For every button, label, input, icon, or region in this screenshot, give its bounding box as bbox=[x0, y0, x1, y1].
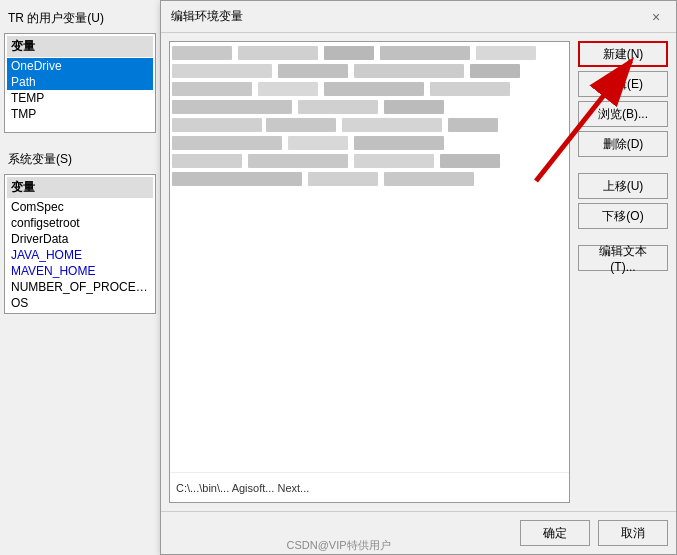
dialog-footer: 确定 取消 bbox=[161, 511, 676, 554]
svg-rect-22 bbox=[354, 136, 444, 150]
svg-rect-19 bbox=[448, 118, 498, 132]
svg-rect-24 bbox=[248, 154, 348, 168]
mosaic-overlay bbox=[170, 42, 569, 472]
btn-spacer-1 bbox=[578, 161, 668, 169]
svg-rect-0 bbox=[172, 46, 232, 60]
svg-rect-9 bbox=[172, 82, 252, 96]
move-down-button[interactable]: 下移(O) bbox=[578, 203, 668, 229]
left-panel: TR 的用户变量(U) 变量 OneDrive Path TEMP TMP 系统… bbox=[0, 0, 160, 555]
watermark: CSDN@VIP特供用户 bbox=[286, 538, 390, 553]
svg-rect-28 bbox=[308, 172, 378, 186]
ok-button[interactable]: 确定 bbox=[520, 520, 590, 546]
sys-var-driverdata[interactable]: DriverData bbox=[7, 231, 153, 247]
svg-rect-4 bbox=[476, 46, 536, 60]
user-list-column-header: 变量 bbox=[7, 36, 153, 57]
svg-rect-8 bbox=[470, 64, 520, 78]
mosaic-svg bbox=[170, 42, 569, 472]
dialog-titlebar: 编辑环境变量 × bbox=[161, 1, 676, 33]
svg-rect-18 bbox=[342, 118, 442, 132]
svg-rect-16 bbox=[172, 118, 262, 132]
delete-button[interactable]: 删除(D) bbox=[578, 131, 668, 157]
outer-window: TR 的用户变量(U) 变量 OneDrive Path TEMP TMP 系统… bbox=[0, 0, 677, 555]
system-variables-list[interactable]: 变量 ComSpec configsetroot DriverData JAVA… bbox=[4, 174, 156, 314]
close-button[interactable]: × bbox=[646, 7, 666, 27]
svg-rect-6 bbox=[278, 64, 348, 78]
svg-rect-15 bbox=[384, 100, 444, 114]
svg-rect-12 bbox=[430, 82, 510, 96]
sys-var-maven-home[interactable]: MAVEN_HOME bbox=[7, 263, 153, 279]
dialog-title: 编辑环境变量 bbox=[171, 8, 243, 25]
system-variables-header: 系统变量(S) bbox=[4, 149, 156, 170]
edit-button[interactable]: 编辑(E) bbox=[578, 71, 668, 97]
btn-spacer-2 bbox=[578, 233, 668, 241]
svg-rect-25 bbox=[354, 154, 434, 168]
dialog-content: C:\...\bin\... Agisoft... Next... 新建(N) … bbox=[161, 33, 676, 511]
svg-rect-14 bbox=[298, 100, 378, 114]
user-var-path[interactable]: Path bbox=[7, 74, 153, 90]
new-button[interactable]: 新建(N) bbox=[578, 41, 668, 67]
cancel-button[interactable]: 取消 bbox=[598, 520, 668, 546]
user-variables-list[interactable]: 变量 OneDrive Path TEMP TMP bbox=[4, 33, 156, 133]
svg-rect-13 bbox=[172, 100, 292, 114]
path-item-visible: C:\...\bin\... Agisoft... Next... bbox=[170, 472, 569, 502]
svg-rect-23 bbox=[172, 154, 242, 168]
svg-rect-17 bbox=[266, 118, 336, 132]
move-up-button[interactable]: 上移(U) bbox=[578, 173, 668, 199]
svg-rect-5 bbox=[172, 64, 272, 78]
sys-var-number-of-process[interactable]: NUMBER_OF_PROCESS bbox=[7, 279, 153, 295]
svg-rect-3 bbox=[380, 46, 470, 60]
path-list-area: C:\...\bin\... Agisoft... Next... bbox=[169, 41, 570, 503]
svg-rect-21 bbox=[288, 136, 348, 150]
sys-var-java-home[interactable]: JAVA_HOME bbox=[7, 247, 153, 263]
browse-button[interactable]: 浏览(B)... bbox=[578, 101, 668, 127]
sys-var-comspec[interactable]: ComSpec bbox=[7, 199, 153, 215]
svg-rect-10 bbox=[258, 82, 318, 96]
svg-rect-20 bbox=[172, 136, 282, 150]
edit-dialog: 编辑环境变量 × bbox=[160, 0, 677, 555]
svg-rect-27 bbox=[172, 172, 302, 186]
svg-rect-2 bbox=[324, 46, 374, 60]
sys-var-configsetroot[interactable]: configsetroot bbox=[7, 215, 153, 231]
svg-rect-11 bbox=[324, 82, 424, 96]
buttons-panel: 新建(N) 编辑(E) 浏览(B)... 删除(D) 上移(U) 下移(O) 编… bbox=[578, 41, 668, 503]
user-var-onedrive[interactable]: OneDrive bbox=[7, 58, 153, 74]
edit-text-button[interactable]: 编辑文本(T)... bbox=[578, 245, 668, 271]
sys-var-os[interactable]: OS bbox=[7, 295, 153, 311]
user-var-temp[interactable]: TEMP bbox=[7, 90, 153, 106]
system-list-column-header: 变量 bbox=[7, 177, 153, 198]
svg-rect-26 bbox=[440, 154, 500, 168]
path-list-box[interactable]: C:\...\bin\... Agisoft... Next... bbox=[169, 41, 570, 503]
svg-rect-29 bbox=[384, 172, 474, 186]
user-variables-header: TR 的用户变量(U) bbox=[4, 8, 156, 29]
path-text: C:\...\bin\... Agisoft... Next... bbox=[176, 482, 309, 494]
svg-rect-7 bbox=[354, 64, 464, 78]
svg-rect-1 bbox=[238, 46, 318, 60]
user-var-tmp[interactable]: TMP bbox=[7, 106, 153, 122]
